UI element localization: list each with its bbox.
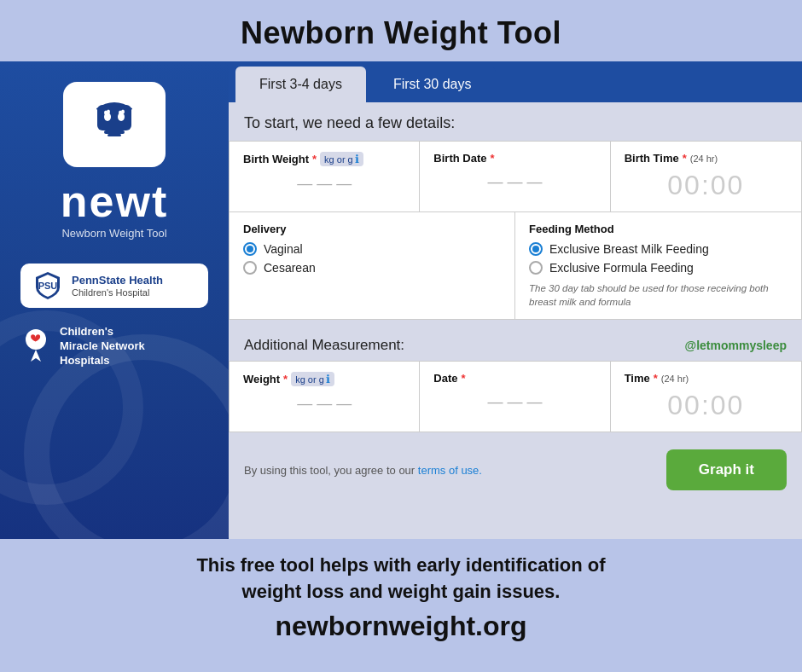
additional-label: Additional Measurement: [244, 337, 404, 354]
delivery-vaginal[interactable]: Vaginal [243, 242, 501, 256]
details-card: Birth Weight* kg or g ℹ — — — Birth Date… [229, 141, 802, 320]
form-content: To start, we need a few details: Birth W… [229, 102, 802, 539]
delivery-label: Delivery [243, 223, 501, 235]
title-bar: Newborn Weight Tool [0, 0, 802, 61]
newt-logo-icon [80, 95, 148, 154]
penn-state-box: PSU PennState Health Children's Hospital [20, 264, 208, 308]
formula-radio-icon [529, 261, 543, 275]
time-cell: Time* (24 hr) 00:00 [611, 362, 801, 432]
graph-button[interactable]: Graph it [666, 449, 787, 490]
cesarean-radio-icon [243, 261, 257, 275]
feeding-label: Feeding Method [529, 223, 787, 235]
penn-state-sub: Children's Hospital [72, 287, 163, 298]
social-handle: @letmommysleep [685, 339, 787, 352]
feeding-cell: Feeding Method Exclusive Breast Milk Fee… [515, 212, 801, 319]
page-title: Newborn Weight Tool [0, 15, 802, 51]
additional-details-grid: Weight* kg or g ℹ — — — Date* — — — [229, 361, 802, 432]
penn-shield-icon: PSU [32, 270, 63, 301]
additional-card: Weight* kg or g ℹ — — — Date* — — — [229, 361, 802, 432]
tabs-row: First 3-4 days First 30 days [229, 61, 802, 102]
sidebar: newt Newborn Weight Tool PSU PennState H… [0, 61, 229, 539]
weight-cell: Weight* kg or g ℹ — — — [230, 362, 420, 432]
terms-text: By using this tool, you agree to our ter… [244, 464, 482, 477]
date-value[interactable]: — — — [433, 390, 596, 414]
birth-time-cell: Birth Time* (24 hr) 00:00 [611, 142, 801, 211]
birth-weight-value[interactable]: — — — [243, 171, 405, 196]
birth-time-value[interactable]: 00:00 [625, 170, 787, 201]
svg-rect-2 [108, 134, 121, 136]
svg-point-10 [26, 329, 46, 350]
feeding-formula[interactable]: Exclusive Formula Feeding [529, 261, 787, 275]
additional-weight-unit-selector[interactable]: kg or g ℹ [291, 372, 334, 386]
additional-header: Additional Measurement: @letmommysleep [229, 327, 802, 361]
bottom-row: By using this tool, you agree to our ter… [229, 439, 802, 501]
additional-unit-arrow-icon: ℹ [326, 373, 330, 385]
date-cell: Date* — — — [420, 362, 610, 432]
birth-weight-cell: Birth Weight* kg or g ℹ — — — [230, 142, 420, 211]
time-value[interactable]: 00:00 [625, 390, 787, 421]
cmn-box: Children'sMiracle NetworkHospitals [20, 325, 208, 368]
newt-subtitle: Newborn Weight Tool [61, 227, 166, 240]
form-panel: First 3-4 days First 30 days To start, w… [229, 61, 802, 539]
birth-weight-label: Birth Weight* kg or g ℹ [243, 152, 405, 166]
tab-first-30-days[interactable]: First 30 days [369, 67, 496, 102]
cmn-icon [20, 327, 51, 365]
weight-label: Weight* kg or g ℹ [243, 372, 405, 386]
tab-first-3-4-days[interactable]: First 3-4 days [235, 67, 366, 102]
svg-rect-1 [104, 130, 125, 134]
svg-text:PSU: PSU [38, 281, 58, 291]
feeding-radio-group: Exclusive Breast Milk Feeding Exclusive … [529, 242, 787, 275]
logo-box [63, 82, 166, 167]
birth-details-grid: Birth Weight* kg or g ℹ — — — Birth Date… [229, 141, 802, 212]
penn-state-name: PennState Health [72, 274, 163, 287]
feeding-breast[interactable]: Exclusive Breast Milk Feeding [529, 242, 787, 256]
time-label: Time* (24 hr) [625, 372, 787, 385]
svg-point-5 [107, 110, 110, 114]
section1-header: To start, we need a few details: [229, 102, 802, 141]
birth-date-value[interactable]: — — — [433, 170, 596, 194]
terms-link[interactable]: terms of use. [418, 464, 482, 477]
delivery-radio-group: Vaginal Cesarean [243, 242, 501, 275]
delivery-feeding-grid: Delivery Vaginal Cesarean [229, 212, 802, 320]
cmn-text: Children'sMiracle NetworkHospitals [60, 325, 145, 368]
birth-date-label: Birth Date* [433, 152, 596, 165]
footer: This free tool helps with early identifi… [0, 539, 802, 652]
feeding-note: The 30 day tab should be used for those … [529, 281, 787, 309]
newt-title: newt [61, 179, 168, 223]
footer-description: This free tool helps with early identifi… [26, 553, 776, 605]
weight-value[interactable]: — — — [243, 391, 405, 416]
birth-date-cell: Birth Date* — — — [420, 142, 610, 211]
footer-url: newbornweight.org [26, 611, 776, 642]
main-content: newt Newborn Weight Tool PSU PennState H… [0, 61, 802, 539]
svg-point-8 [121, 110, 125, 114]
breast-radio-icon [529, 242, 543, 256]
weight-unit-selector[interactable]: kg or g ℹ [320, 152, 363, 166]
unit-arrow-icon: ℹ [355, 153, 359, 165]
vaginal-radio-icon [243, 242, 257, 256]
delivery-cell: Delivery Vaginal Cesarean [230, 212, 515, 319]
date-label: Date* [433, 372, 596, 385]
birth-time-label: Birth Time* (24 hr) [625, 152, 787, 165]
delivery-cesarean[interactable]: Cesarean [243, 261, 501, 275]
